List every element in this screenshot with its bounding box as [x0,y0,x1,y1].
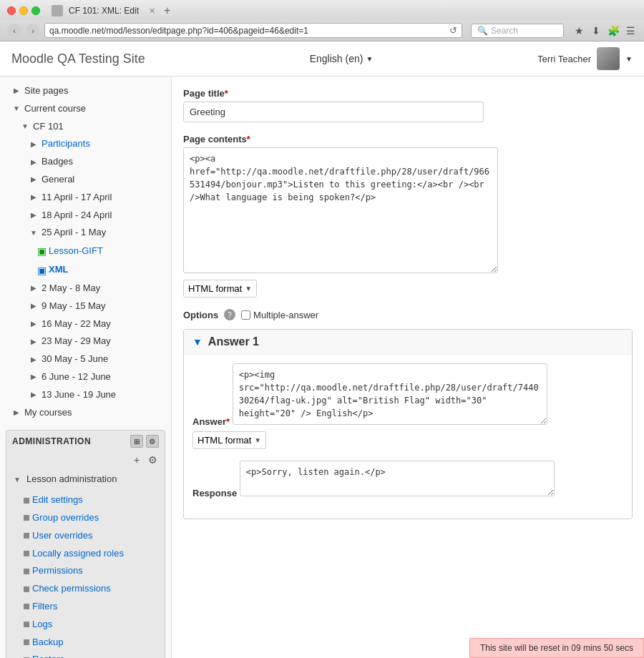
chevron-right-icon [29,283,39,293]
bullet-icon [24,622,29,627]
chevron-down-icon: ▼ [366,55,373,63]
admin-restore[interactable]: Restore [12,651,165,658]
browser-chrome: CF 101: XML: Edit ✕ + ‹ › qa.moodle.net/… [0,0,644,41]
sidebar-item-week6[interactable]: 9 May - 15 May [0,298,171,315]
close-button[interactable] [7,6,16,15]
admin-backup[interactable]: Backup [12,634,165,652]
admin-group-overrides[interactable]: Group overrides [12,509,165,527]
admin-edit-settings[interactable]: Edit settings [12,491,165,509]
sidebar-label-general: General [42,172,74,187]
admin-tool-plus[interactable]: + [130,453,143,466]
page-title-input[interactable] [183,102,484,122]
admin-items: Lesson administration Edit settings Grou… [6,468,165,658]
admin-logs[interactable]: Logs [12,616,165,634]
answer-field-section: Answer* <p><img src="http://qa.moodle.ne… [192,363,623,449]
sidebar-item-week3[interactable]: 25 April - 1 May [0,224,171,242]
user-menu-arrow[interactable]: ▼ [625,55,633,63]
format-label: HTML format [188,283,242,294]
admin-check-permissions-label: Check permissions [32,581,111,596]
lesson-gift-icon: ▣ [37,243,47,259]
admin-tool-gear[interactable]: ⚙ [146,453,159,466]
sidebar-label-week7: 16 May - 22 May [42,317,111,332]
language-selector[interactable]: English (en) ▼ [310,53,374,64]
sidebar-label-week5: 2 May - 8 May [42,281,100,296]
admin-lesson-admin-label: Lesson administration [26,472,117,487]
sidebar-item-week5[interactable]: 2 May - 8 May [0,280,171,298]
browser-titlebar: CF 101: XML: Edit ✕ + [0,0,644,20]
search-bar[interactable]: 🔍 Search [471,24,564,38]
maximize-button[interactable] [31,6,40,15]
sidebar-item-my-courses[interactable]: My courses [0,404,171,422]
tab-close-icon[interactable]: ✕ [149,6,155,16]
chevron-right-icon [29,192,39,202]
page-contents-textarea[interactable]: <p><a href="http://qa.moodle.net/draftfi… [183,147,498,273]
tab-favicon [52,5,63,16]
download-icon[interactable]: ⬇ [590,24,602,37]
chevron-down-icon [29,228,39,238]
admin-check-permissions[interactable]: Check permissions [12,580,165,598]
chevron-right-icon [29,157,39,167]
sidebar-item-week1[interactable]: 11 April - 17 April [0,189,171,207]
admin-filters[interactable]: Filters [12,598,165,616]
admin-permissions[interactable]: Permissions [12,562,165,580]
sidebar-item-week11[interactable]: 13 June - 19 June [0,386,171,404]
sidebar-item-xml[interactable]: ▣ XML [0,261,171,280]
chevron-down-icon: ▼ [254,436,261,444]
admin-icon-squares[interactable]: ⊞ [130,435,143,448]
bullet-icon [24,639,29,645]
refresh-icon[interactable]: ↺ [449,25,457,36]
format-select[interactable]: HTML format ▼ [183,280,257,298]
admin-lesson-admin-header[interactable]: Lesson administration [12,471,165,488]
back-button[interactable]: ‹ [7,24,21,38]
avatar[interactable] [597,47,620,70]
bullet-icon [24,515,29,521]
main-layout: Site pages Current course CF 101 Partici… [0,77,644,658]
page-contents-label: Page contents* [183,134,633,144]
sidebar-label-my-courses: My courses [24,406,72,421]
bullet-icon [24,586,29,592]
chevron-down-icon: ▼ [245,285,252,293]
traffic-lights [7,6,40,15]
sidebar-item-week2[interactable]: 18 April - 24 April [0,207,171,225]
multiple-answer-checkbox-label[interactable]: Multiple-answer [241,310,318,320]
sidebar-item-badges[interactable]: Badges [0,153,171,171]
answer-toggle-icon[interactable]: ▼ [192,336,203,348]
sidebar-item-cf101[interactable]: CF 101 [0,118,171,136]
sidebar-item-week8[interactable]: 23 May - 29 May [0,333,171,350]
answer-format-select[interactable]: HTML format ▼ [192,431,266,449]
admin-title: ADMINISTRATION [12,436,91,446]
bookmark-icon[interactable]: ★ [572,24,585,37]
answer-textarea[interactable]: <p><img src="http://qa.moodle.net/draftf… [233,363,547,425]
multiple-answer-checkbox[interactable] [241,310,250,320]
new-tab-button[interactable]: + [164,4,170,17]
bullet-icon [24,551,29,556]
required-marker2: * [247,134,250,144]
sidebar-item-current-course[interactable]: Current course [0,100,171,118]
admin-locally-assigned-roles[interactable]: Locally assigned roles [12,545,165,563]
sidebar-item-lesson-gift[interactable]: ▣ Lesson-GIFT [0,242,171,260]
help-icon[interactable]: ? [224,309,235,320]
admin-section: ADMINISTRATION ⊞ ⚙ + ⚙ Lesson administra… [6,430,165,658]
sidebar-item-general[interactable]: General [0,171,171,189]
extension-icon[interactable]: 🧩 [607,24,620,37]
minimize-button[interactable] [19,6,28,15]
sidebar-item-participants[interactable]: Participants [0,135,171,153]
sidebar-item-week7[interactable]: 16 May - 22 May [0,315,171,333]
address-bar[interactable]: qa.moodle.net/mod/lesson/editpage.php?id… [44,23,462,38]
sidebar-item-site-pages[interactable]: Site pages [0,82,171,100]
sidebar-label-lesson-gift: Lesson-GIFT [49,244,103,259]
admin-user-overrides-label: User overrides [32,529,93,544]
admin-user-overrides[interactable]: User overrides [12,527,165,545]
forward-button[interactable]: › [26,24,40,38]
admin-icon-gear[interactable]: ⚙ [146,435,159,448]
response-textarea[interactable]: <p>Sorry, listen again.</p> [240,461,555,496]
browser-addressbar: ‹ › qa.moodle.net/mod/lesson/editpage.ph… [0,20,644,41]
response-label: Response [192,488,240,499]
menu-icon[interactable]: ☰ [624,24,637,37]
sidebar-label-week8: 23 May - 29 May [42,334,111,349]
sidebar-item-week10[interactable]: 6 June - 12 June [0,368,171,386]
sidebar-item-week9[interactable]: 30 May - 5 June [0,350,171,368]
chevron-down-icon [20,122,30,132]
answer1-header: ▼ Answer 1 [184,330,632,355]
sidebar-label-xml: XML [49,262,68,278]
